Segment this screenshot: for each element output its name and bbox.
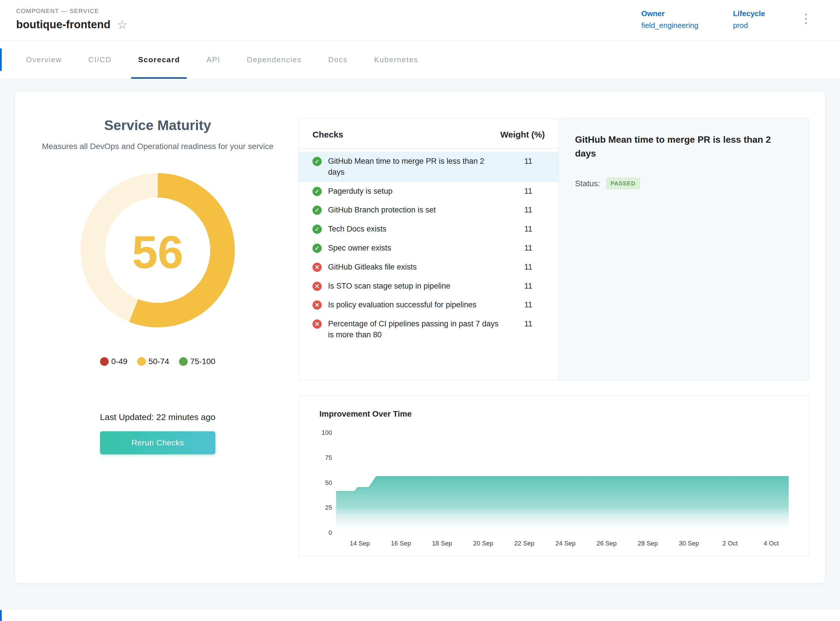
legend-item-0-49: 0-49 <box>100 357 127 366</box>
check-weight: 11 <box>507 224 550 233</box>
check-row[interactable]: ✓GitHub Mean time to merge PR is less th… <box>299 152 558 182</box>
entity-kind-kicker: COMPONENT — SERVICE <box>16 8 128 14</box>
lifecycle-block: Lifecycle prod <box>733 9 765 30</box>
checks-panel: Checks Weight (%) ✓GitHub Mean time to m… <box>298 118 809 380</box>
check-label: Is STO scan stage setup in pipeline <box>328 281 507 292</box>
legend-item-50-74: 50-74 <box>137 357 169 366</box>
main-content: Service Maturity Measures all DevOps and… <box>0 79 840 583</box>
legend-label: 75-100 <box>190 357 215 366</box>
check-failed-icon: ✕ <box>312 263 322 272</box>
entity-header-meta: Owner field_engineering Lifecycle prod ⋮ <box>642 5 824 41</box>
check-rows: ✓GitHub Mean time to merge PR is less th… <box>299 148 558 344</box>
check-detail-panel: GitHub Mean time to merge PR is less tha… <box>559 118 809 380</box>
check-failed-icon: ✕ <box>312 282 322 291</box>
last-updated-text: Last Updated: 22 minutes ago <box>100 412 215 422</box>
check-weight: 11 <box>507 318 550 329</box>
check-weight: 11 <box>507 186 550 196</box>
scorecard-title: Service Maturity <box>104 117 211 133</box>
check-passed-icon: ✓ <box>312 157 322 166</box>
check-weight: 11 <box>507 281 550 291</box>
scorecard-card: Service Maturity Measures all DevOps and… <box>14 91 826 583</box>
entity-title: boutique-frontend <box>16 18 110 31</box>
check-passed-icon: ✓ <box>312 244 322 253</box>
x-axis-label: 22 Sep <box>514 540 534 547</box>
tab-scorecard[interactable]: Scorecard <box>125 41 193 79</box>
owner-label[interactable]: Owner <box>642 9 698 18</box>
x-axis-label: 4 Oct <box>764 540 779 547</box>
tab-docs[interactable]: Docs <box>315 41 361 79</box>
y-axis-label: 75 <box>325 454 332 461</box>
tab-bar: OverviewCI/CDScorecardAPIDependenciesDoc… <box>0 41 840 79</box>
check-label: Pagerduty is setup <box>328 186 507 197</box>
legend-label: 50-74 <box>148 357 169 366</box>
entity-title-row: boutique-frontend ☆ <box>16 18 128 31</box>
check-passed-icon: ✓ <box>312 224 322 234</box>
x-axis-label: 30 Sep <box>679 540 699 547</box>
x-axis-label: 28 Sep <box>638 540 658 547</box>
check-status-row: Status: PASSED <box>575 177 793 189</box>
tab-list: OverviewCI/CDScorecardAPIDependenciesDoc… <box>13 41 431 79</box>
legend-dot <box>179 357 188 366</box>
tab-overview[interactable]: Overview <box>13 41 75 79</box>
maturity-donut-svg: 56 <box>79 171 237 330</box>
x-axis-label: 26 Sep <box>597 540 617 547</box>
check-failed-icon: ✕ <box>312 300 322 310</box>
check-row[interactable]: ✕Is STO scan stage setup in pipeline11 <box>299 277 558 296</box>
entity-header-left: COMPONENT — SERVICE boutique-frontend ☆ <box>16 5 128 41</box>
entity-header: COMPONENT — SERVICE boutique-frontend ☆ … <box>0 0 840 41</box>
check-row[interactable]: ✓Pagerduty is setup11 <box>299 182 558 201</box>
maturity-summary: Service Maturity Measures all DevOps and… <box>31 108 285 566</box>
check-failed-icon: ✕ <box>312 320 322 329</box>
check-detail-title: GitHub Mean time to merge PR is less tha… <box>575 133 793 160</box>
check-row[interactable]: ✕Percentage of CI pipelines passing in p… <box>299 315 558 344</box>
improvement-chart-title: Improvement Over Time <box>319 409 797 419</box>
y-axis-label: 0 <box>328 529 332 536</box>
x-axis-label: 2 Oct <box>722 540 738 547</box>
check-row[interactable]: ✓GitHub Branch protection is set11 <box>299 201 558 220</box>
scorecard-subtitle: Measures all DevOps and Operational read… <box>42 141 273 153</box>
lifecycle-label[interactable]: Lifecycle <box>733 9 765 18</box>
check-label: Is policy evaluation successful for pipe… <box>328 300 507 310</box>
check-passed-icon: ✓ <box>312 206 322 215</box>
footer-accent <box>0 610 2 621</box>
check-weight: 11 <box>507 205 550 215</box>
improvement-area-chart: 025507510014 Sep16 Sep18 Sep20 Sep22 Sep… <box>310 427 795 548</box>
check-weight: 11 <box>507 300 550 309</box>
check-row[interactable]: ✕Is policy evaluation successful for pip… <box>299 295 558 315</box>
score-area <box>336 477 789 533</box>
check-passed-icon: ✓ <box>312 187 322 196</box>
y-axis-label: 100 <box>321 429 332 436</box>
legend-item-75-100: 75-100 <box>179 357 215 366</box>
score-legend: 0-4950-7475-100 <box>100 357 215 366</box>
tab-api[interactable]: API <box>193 41 233 79</box>
legend-dot <box>100 357 109 366</box>
owner-value-link[interactable]: field_engineering <box>642 21 698 30</box>
improvement-chart-panel: Improvement Over Time 025507510014 Sep16… <box>298 395 809 556</box>
weight-header-label: Weight (%) <box>495 130 550 139</box>
checks-header-label: Checks <box>312 130 343 139</box>
rerun-checks-button[interactable]: Rerun Checks <box>100 431 215 454</box>
lifecycle-value[interactable]: prod <box>733 21 765 30</box>
tab-dependencies[interactable]: Dependencies <box>233 41 315 79</box>
tab-ci-cd[interactable]: CI/CD <box>75 41 125 79</box>
check-label: Percentage of CI pipelines passing in pa… <box>328 318 507 341</box>
y-axis-label: 25 <box>325 504 332 511</box>
x-axis-label: 20 Sep <box>473 540 493 547</box>
check-label: GitHub Mean time to merge PR is less tha… <box>328 156 507 178</box>
maturity-donut-chart: 56 <box>79 171 237 330</box>
legend-dot <box>137 357 146 366</box>
checks-list: Checks Weight (%) ✓GitHub Mean time to m… <box>299 118 559 380</box>
check-weight: 11 <box>507 243 550 253</box>
favorite-star-icon[interactable]: ☆ <box>117 19 128 31</box>
tab-kubernetes[interactable]: Kubernetes <box>361 41 431 79</box>
kebab-menu-icon[interactable]: ⋮ <box>800 12 812 25</box>
check-row[interactable]: ✓Tech Docs exists11 <box>299 220 558 239</box>
tab-bar-accent <box>0 48 2 71</box>
status-badge: PASSED <box>606 177 640 189</box>
check-row[interactable]: ✕GitHub Gitleaks file exists11 <box>299 258 558 277</box>
status-label: Status: <box>575 179 600 188</box>
check-row[interactable]: ✓Spec owner exists11 <box>299 239 558 258</box>
check-label: Tech Docs exists <box>328 224 507 235</box>
footer-strip <box>0 610 840 621</box>
x-axis-label: 14 Sep <box>350 540 370 547</box>
